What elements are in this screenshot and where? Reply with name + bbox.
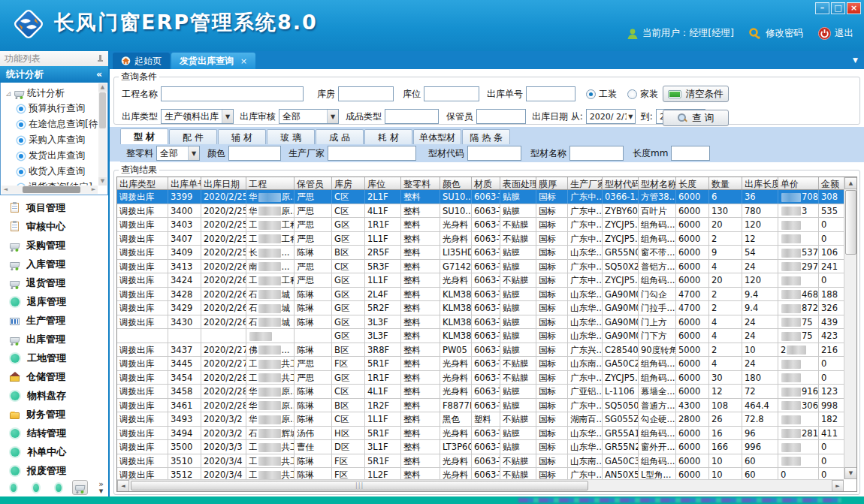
close-button[interactable]: × [847,2,861,14]
scrollbar-thumb[interactable] [845,190,856,255]
table-row[interactable]: 调拨出库34942020/3/2石辉城汤伟H区5R1F整料光身料6063-T5贴… [117,427,844,441]
table-row[interactable]: 调拨出库34292020/2/26石城陈琳G区5R2F整料KLM38176063… [117,301,844,315]
manufacturer-input[interactable] [328,146,416,161]
column-header[interactable]: 颜色 [440,177,472,189]
profile-name-input[interactable] [569,146,624,161]
tree-item[interactable]: 发货出库查询 [5,148,107,164]
pin-icon[interactable] [97,55,104,63]
scrollbar-thumb[interactable]: ||| [131,481,588,490]
table-row[interactable]: 调拨出库35102020/3/4工共工程陈琳F区5R1F整料光身料6063-T5… [117,454,844,469]
project-input[interactable] [161,86,304,101]
maximize-button[interactable]: □ [831,2,845,14]
scroll-up-icon[interactable]: ▲ [98,83,107,92]
table-row[interactable]: 调拨出库33992020/2/25华原...严思C区2L1F整料SU10...6… [117,190,844,204]
scroll-right-icon[interactable]: ► [89,186,98,194]
column-header[interactable]: 保管员 [295,177,332,189]
sidebar-item-财务管理[interactable]: 财务管理 [0,405,108,424]
sidebar-item-退货管理[interactable]: 退货管理 [0,273,108,292]
column-header[interactable]: 型材代码 [603,177,639,189]
warehouse-input[interactable] [338,86,394,101]
material-tab-成品[interactable]: 成 品 [316,129,364,144]
sidebar-item-补单中心[interactable]: 补单中心 [0,442,108,461]
scroll-up-icon[interactable]: ▲ [844,177,857,189]
column-header[interactable]: 金额 [819,177,844,189]
table-row[interactable]: 调拨出库34092020/2/25长...陈琳B区2R5F整料LI35HD606… [117,246,844,260]
material-tab-隔热条[interactable]: 隔 热 条 [462,129,510,144]
column-header[interactable]: 出库日期 [201,177,246,189]
tree-root-item[interactable]: ⊿ 统计分析 [5,86,107,101]
tree-item[interactable]: 在途信息查询[待 [5,116,107,132]
table-row[interactable]: 调拨出库34032020/2/25工工程严思G区1R1F整料光身料6063-T5… [117,218,844,232]
table-row[interactable]: 调拨出库35122020/3/4工共工程陈琳F区1L2F整料光身料6063-T5… [117,468,844,479]
column-header[interactable]: 库位 [365,177,401,189]
table-row[interactable]: 调拨出库34612020/2/28华原...陈琳B区1R2F整料F8877FT6… [117,399,844,413]
sidebar-item-退库管理[interactable]: 退库管理 [0,292,108,311]
column-header[interactable]: 表面处理 [500,177,536,189]
table-row[interactable]: 调拨出库34932020/3/2华原...陈琳C区1L1F整料黑色塑料不贴膜国标… [117,412,844,427]
change-password-button[interactable]: 修改密码 [749,27,803,40]
tree-vertical-scrollbar[interactable]: ▲ ▼ [98,83,107,186]
tab-outbound-query[interactable]: 发货出库查询 × [171,53,255,69]
grid-vertical-scrollbar[interactable]: ▲ ▼ [844,177,856,479]
table-row[interactable]: 调拨出库34452020/2/27工共工程严思F区5R1F整料光身料6063-T… [117,357,844,371]
sidebar-item-物料盘存[interactable]: 物料盘存 [0,386,108,405]
tree-horizontal-scrollbar[interactable]: ◄ ► [2,186,98,194]
scroll-down-icon[interactable]: ▼ [844,467,857,479]
material-tab-单体型材[interactable]: 单体型材 [413,129,461,144]
date-from-select[interactable]: 2020/ 2/16▼ [586,109,636,124]
column-header[interactable]: 型材名称 [639,177,676,189]
overflow-chevron[interactable]: »▾ [98,481,104,494]
table-row[interactable]: 调拨出库34072020/2/25工工程严思G区1L1F整料光身料6063-T5… [117,232,844,246]
whole-part-select[interactable]: 全部▼ [156,146,200,161]
dot-icon[interactable] [11,484,17,492]
table-row[interactable]: 调拨出库34542020/2/28工共工程严思G区1R1F整料光身料6063-T… [117,371,844,385]
sidebar-item-结转管理[interactable]: 结转管理 [0,424,108,442]
out-type-select[interactable]: 生产领料出库▼ [161,109,234,124]
clear-conditions-button[interactable]: 清空条件 [663,86,729,102]
table-row[interactable]: 调拨出库34282020/2/26石城陈琳G区2L4F整料KLM38176063… [117,288,844,302]
tab-home[interactable]: 起始页 [113,53,170,69]
sidebar-item-项目管理[interactable]: 项目管理 [0,198,108,217]
stats-section-header[interactable]: 统计分析 « [0,66,108,83]
column-header[interactable]: 工程 [246,177,295,189]
scroll-left-icon[interactable]: ◄ [117,480,129,492]
column-header[interactable]: 膜厚 [536,177,568,189]
footer-cart-button[interactable] [72,480,88,495]
minimize-button[interactable]: – [815,2,829,14]
search-button[interactable]: 查 询 [663,110,729,126]
sidebar-item-出库管理[interactable]: 出库管理 [0,330,108,349]
column-header[interactable]: 整零料 [401,177,440,189]
product-type-input[interactable] [385,109,439,124]
material-tab-玻璃[interactable]: 玻 璃 [267,129,315,144]
table-row[interactable]: G区3L3F整料KLM38176063-T5贴膜国标山东华...GA90M09.… [117,329,844,343]
table-row[interactable]: 调拨出库35002020/3/3工共工程曹佳D区3L1F整料LT3P606063… [117,440,844,454]
profile-code-input[interactable] [467,146,521,161]
table-row[interactable]: 调拨出库34302020/2/26石城陈琳G区3L3F整料KLM38176063… [117,315,844,330]
column-header[interactable]: 材质 [472,177,500,189]
color-input[interactable] [228,146,281,161]
column-header[interactable]: 长度 [676,177,709,189]
audit-select[interactable]: 全部▼ [279,109,339,124]
radio-家装[interactable]: 家装 [627,88,658,101]
grid-horizontal-scrollbar[interactable]: ◄ ||| ► [117,479,844,491]
material-tab-耗材[interactable]: 耗 材 [364,129,412,144]
scroll-left-icon[interactable]: ◄ [2,186,10,194]
dot-icon[interactable] [33,484,39,492]
material-tab-辅材[interactable]: 辅 材 [218,129,266,144]
material-tab-配件[interactable]: 配 件 [169,129,217,144]
column-header[interactable]: 出库类型 [117,177,168,189]
sidebar-item-工地管理[interactable]: 工地管理 [0,349,108,367]
column-header[interactable]: 单价 [778,177,819,189]
tree-item[interactable]: 预算执行查询 [5,101,107,116]
column-header[interactable]: 出库长度 [742,177,778,189]
column-header[interactable]: 出库单号 [168,177,201,189]
column-header[interactable]: 库房 [332,177,365,189]
column-header[interactable]: 生产厂家 [568,177,603,189]
material-tab-型材[interactable]: 型 材 [120,128,168,144]
table-row[interactable]: 调拨出库34002020/2/25华原...严思C区4L1F整料SU10...6… [117,204,844,219]
tab-close-icon[interactable]: × [240,56,247,66]
table-row[interactable]: 调拨出库34132020/2/26南...严思C区5R3F整料G71422606… [117,260,844,274]
tree-item[interactable]: 采购入库查询 [5,132,107,148]
location-input[interactable] [424,86,479,101]
keeper-input[interactable] [476,109,526,124]
